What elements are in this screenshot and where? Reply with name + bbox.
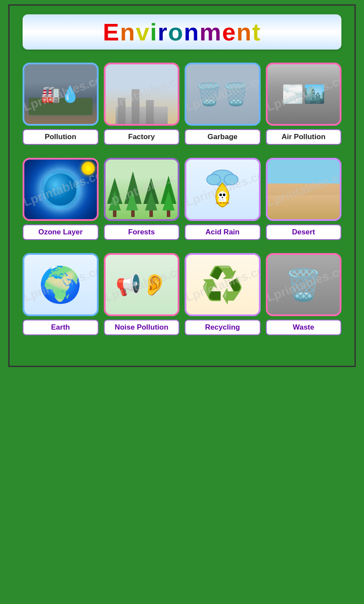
- svg-rect-8: [222, 199, 224, 201]
- svg-point-2: [224, 174, 238, 185]
- svg-point-6: [223, 194, 225, 196]
- svg-point-5: [219, 194, 222, 196]
- image-waste: ESLprintables.com: [266, 253, 342, 316]
- card-waste: ESLprintables.com Waste: [266, 253, 342, 335]
- card-factory: ESLprintables.com Factory: [104, 63, 180, 145]
- card-pollution: ESLprintables.com Pollution: [23, 63, 99, 145]
- label-noise-pollution: Noise Pollution: [104, 320, 180, 335]
- acid-rain-svg: ACID RAIN: [201, 166, 244, 214]
- image-acid-rain: ACID RAIN ESLprintables.com: [185, 158, 261, 221]
- image-noise-pollution: ESLprintables.com: [104, 253, 180, 316]
- row-1: ESLprintables.com Pollution ESLprintable…: [23, 63, 341, 145]
- image-air-pollution: ESLprintables.com: [266, 63, 342, 126]
- image-earth: ESLprintables.com: [23, 253, 99, 316]
- page-container: Environment ESLprintables.com Pollution …: [8, 4, 356, 367]
- label-pollution: Pollution: [23, 129, 99, 145]
- svg-point-1: [207, 174, 221, 185]
- label-recycling: Recycling: [185, 320, 261, 335]
- row-3: ESLprintables.com Earth ESLprintables.co…: [23, 253, 341, 335]
- image-recycling: ESLprintables.com: [185, 253, 261, 316]
- acid-rain-symbol: ACID RAIN: [201, 166, 244, 214]
- label-earth: Earth: [23, 320, 99, 335]
- image-pollution: ESLprintables.com: [23, 63, 99, 126]
- image-desert: ESLprintables.com: [266, 158, 342, 221]
- label-air-pollution: Air Pollution: [266, 129, 342, 145]
- card-garbage: ESLprintables.com Garbage: [185, 63, 261, 145]
- ozone-globe: [41, 170, 80, 209]
- ozone-sun: [82, 162, 95, 175]
- label-garbage: Garbage: [185, 129, 261, 145]
- label-forests: Forests: [104, 224, 180, 240]
- title-bar: Environment: [23, 14, 341, 50]
- card-acid-rain: ACID RAIN ESLprintables.com Acid Rain: [185, 158, 261, 240]
- tree-1: [107, 178, 122, 217]
- label-waste: Waste: [266, 320, 342, 335]
- tree-2: [124, 171, 142, 217]
- image-forests: ESLprintables.com: [104, 158, 180, 221]
- image-factory: ESLprintables.com: [104, 63, 180, 126]
- label-desert: Desert: [266, 224, 342, 240]
- tree-4: [161, 176, 176, 217]
- card-ozone-layer: ESLprintables.com Ozone Layer: [23, 158, 99, 240]
- card-forests: ESLprintables.com Forests: [104, 158, 180, 240]
- tree-3: [143, 178, 159, 217]
- card-earth: ESLprintables.com Earth: [23, 253, 99, 335]
- card-noise-pollution: ESLprintables.com Noise Pollution: [104, 253, 180, 335]
- card-desert: ESLprintables.com Desert: [266, 158, 342, 240]
- svg-rect-7: [219, 199, 221, 201]
- svg-text:ACID RAIN: ACID RAIN: [216, 202, 229, 204]
- row-2: ESLprintables.com Ozone Layer: [23, 158, 341, 240]
- card-recycling: ESLprintables.com Recycling: [185, 253, 261, 335]
- image-ozone-layer: ESLprintables.com: [23, 158, 99, 221]
- label-acid-rain: Acid Rain: [185, 224, 261, 240]
- title-text: Environment: [31, 18, 333, 46]
- image-garbage: ESLprintables.com: [185, 63, 261, 126]
- card-air-pollution: ESLprintables.com Air Pollution: [266, 63, 342, 145]
- label-ozone-layer: Ozone Layer: [23, 224, 99, 240]
- label-factory: Factory: [104, 129, 180, 145]
